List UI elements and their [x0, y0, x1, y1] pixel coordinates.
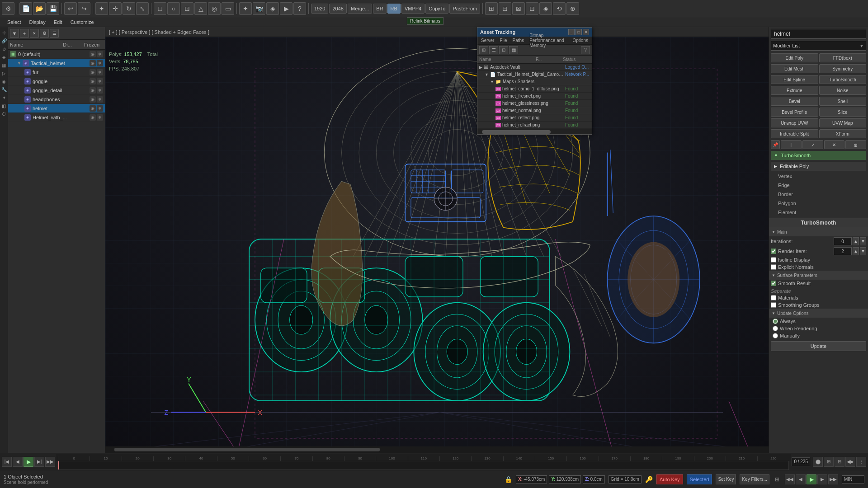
display-ctrl-hw[interactable]: ◉: [90, 114, 96, 121]
extrude-btn[interactable]: Extrude: [771, 86, 818, 95]
iterations-input[interactable]: [834, 237, 852, 245]
resolution-1-btn[interactable]: 1920: [311, 4, 328, 14]
tree-item-tactical-helmet[interactable]: ▼ ◈ Tactical_helmet ◉ ❄: [8, 59, 105, 68]
tree-item-helmet-with[interactable]: ◈ Helmet_with_... ◉ ❄: [8, 113, 105, 122]
frame-input-box[interactable]: MIN: [842, 475, 864, 483]
scene-add-btn[interactable]: +: [20, 29, 29, 38]
at-menu-performance[interactable]: Bitmap Performance and Memory: [528, 33, 569, 48]
new-btn[interactable]: 📄: [19, 2, 32, 15]
menu-select[interactable]: Select: [4, 19, 25, 26]
icon1[interactable]: ⊞: [485, 2, 498, 15]
pastefrom-btn[interactable]: PasteFrom: [449, 4, 480, 14]
sidebar-motion[interactable]: ▷: [0, 70, 8, 77]
update-button[interactable]: Update: [771, 341, 866, 351]
display-ctrl-hp[interactable]: ◉: [90, 96, 96, 103]
tree-item-fur[interactable]: ◈ fur ◉ ❄: [8, 68, 105, 77]
icon2[interactable]: ⊟: [499, 2, 511, 15]
selected-label[interactable]: Selected: [687, 474, 712, 484]
edit-mesh-btn[interactable]: Edit Mesh: [771, 64, 818, 73]
when-rendering-radio[interactable]: [773, 326, 778, 331]
ts-surface-header[interactable]: ▼ Surface Parameters: [769, 271, 868, 280]
render-iters-checkbox[interactable]: [771, 249, 776, 254]
frame-prev-btn[interactable]: ◀◀: [785, 474, 795, 484]
sidebar-select[interactable]: ⊹: [0, 29, 8, 36]
bevel-btn[interactable]: Bevel: [771, 97, 818, 106]
icon5[interactable]: ◈: [539, 2, 552, 15]
timeline-track-container[interactable]: 0 10 20 30 40 50 60 70 80 90 100 110 120…: [56, 454, 791, 470]
move-btn[interactable]: ✛: [109, 2, 122, 15]
at-item-refract[interactable]: px helmet_refract.png Found: [477, 122, 592, 129]
sidebar-utility[interactable]: 🔧: [0, 86, 8, 93]
viewport-scroll-handle[interactable]: [114, 448, 380, 451]
frozen-ctrl[interactable]: ❄: [97, 51, 103, 57]
plane-btn[interactable]: ▭: [222, 2, 234, 15]
stack-func-btn-2[interactable]: ↗: [802, 140, 823, 149]
frozen-ctrl-gd[interactable]: ❄: [97, 87, 103, 94]
scene-gear-btn[interactable]: ⚙: [40, 29, 49, 38]
ts-update-header[interactable]: ▼ Update Options: [769, 309, 868, 318]
shell-btn[interactable]: Shell: [819, 97, 867, 106]
sub-border[interactable]: Border: [769, 190, 868, 199]
rb-btn[interactable]: RB: [387, 4, 401, 14]
at-item-fresnel[interactable]: px helmet_fresnel.png Found: [477, 93, 592, 100]
noise-btn[interactable]: Noise: [819, 86, 867, 95]
save-btn[interactable]: 💾: [47, 2, 59, 15]
menu-edit[interactable]: Edit: [50, 19, 66, 26]
sidebar-display[interactable]: ◉: [0, 78, 8, 85]
display-ctrl-2[interactable]: ◉: [90, 60, 96, 66]
at-btn-1[interactable]: ⊞: [479, 46, 488, 54]
merge-btn[interactable]: Merge...: [348, 4, 372, 14]
tl-end-btn[interactable]: ▶▶: [45, 457, 55, 467]
bevel-profile-btn[interactable]: Bevel Profile: [771, 108, 818, 117]
at-menu-options[interactable]: Options: [571, 38, 590, 43]
light-btn[interactable]: ✦: [239, 2, 252, 15]
stack-pin-btn[interactable]: 📌: [771, 140, 780, 149]
viewport[interactable]: [ + ] [ Perspective ] [ Shaded + Edged F…: [105, 27, 769, 453]
smooth-result-checkbox[interactable]: [771, 281, 776, 286]
sidebar-bind[interactable]: ◈: [0, 53, 8, 61]
icon6[interactable]: ⟲: [553, 2, 566, 15]
menu-display[interactable]: Display: [26, 19, 49, 26]
sidebar-link[interactable]: 🔗: [0, 37, 8, 44]
vmpp4-btn[interactable]: VMPP4: [401, 4, 425, 14]
frame-play-btn[interactable]: ▶: [807, 474, 816, 484]
tl-options-btn[interactable]: ⋮: [856, 457, 866, 467]
material-btn[interactable]: ◈: [266, 2, 279, 15]
viewport-scrollbar[interactable]: [105, 446, 769, 453]
uvw-map-btn[interactable]: UVW Map: [819, 118, 867, 127]
at-item-normal[interactable]: px helmet_normal.png Found: [477, 107, 592, 114]
unwrap-uvw-btn[interactable]: Unwrap UVW: [771, 118, 818, 127]
tl-key-btn[interactable]: ⬤: [813, 457, 823, 467]
sub-polygon[interactable]: Polygon: [769, 199, 868, 208]
at-item-reflect[interactable]: px helmet_reflect.png Found: [477, 114, 592, 122]
at-scrollbar[interactable]: [477, 129, 592, 134]
tl-range-btn[interactable]: ◀▶: [845, 457, 855, 467]
at-help-btn[interactable]: ?: [581, 46, 590, 54]
modifier-list-dropdown[interactable]: Modifier List ▼: [771, 41, 866, 51]
render-iters-down[interactable]: ▼: [860, 247, 866, 255]
frozen-ctrl-hm[interactable]: ❄: [97, 105, 103, 112]
sub-element[interactable]: Element: [769, 208, 868, 217]
ts-main-header[interactable]: ▼ Main: [769, 227, 868, 236]
sphere-btn[interactable]: ○: [167, 2, 180, 15]
display-ctrl-fur[interactable]: ◉: [90, 69, 96, 75]
camera-btn[interactable]: 📷: [253, 2, 265, 15]
frozen-ctrl-hp[interactable]: ❄: [97, 96, 103, 103]
render-iters-up[interactable]: ▲: [853, 247, 859, 255]
menu-customize[interactable]: Customize: [67, 19, 98, 26]
frame-next-btn[interactable]: ▶▶: [828, 474, 838, 484]
sidebar-modify[interactable]: ◧: [0, 102, 8, 109]
at-item-maps[interactable]: ▼ 📁 Maps / Shaders: [477, 78, 592, 85]
always-radio[interactable]: [773, 319, 778, 324]
display-ctrl-gd[interactable]: ◉: [90, 87, 96, 94]
stack-turbosmooth[interactable]: ▼ TurboSmooth: [771, 150, 866, 160]
smoothing-groups-checkbox[interactable]: [771, 302, 776, 308]
sub-edge[interactable]: Edge: [769, 181, 868, 190]
key-filters-btn[interactable]: Key Filters...: [740, 474, 769, 484]
object-name-input[interactable]: [771, 29, 866, 39]
copyto-btn[interactable]: CopyTo: [425, 4, 448, 14]
stack-func-btn-1[interactable]: |: [781, 140, 802, 149]
help-btn[interactable]: ?: [293, 2, 306, 15]
tl-mini-btn[interactable]: ⊟: [835, 457, 844, 467]
inderable-split-btn[interactable]: Inderable Split: [771, 129, 818, 138]
